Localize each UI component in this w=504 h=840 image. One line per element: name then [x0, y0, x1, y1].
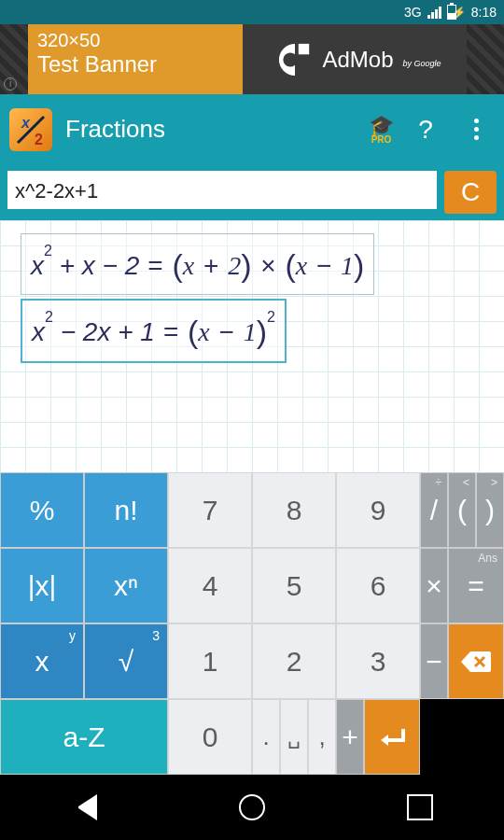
nav-back-button[interactable]	[71, 794, 97, 820]
nav-recent-button[interactable]	[407, 794, 433, 820]
key-x[interactable]: xy	[0, 623, 84, 699]
input-row: C	[0, 164, 504, 220]
ad-label: Test Banner	[37, 51, 233, 77]
ad-banner[interactable]: i 320×50 Test Banner AdMob by Google	[0, 24, 504, 94]
key-plus[interactable]: +	[336, 699, 364, 775]
nav-home-button[interactable]	[239, 794, 265, 820]
ad-dimensions: 320×50	[37, 30, 233, 51]
signal-icon	[427, 6, 441, 19]
pro-button[interactable]: 🎓 PRO	[369, 114, 394, 145]
key-3[interactable]: 3	[336, 623, 420, 699]
network-label: 3G	[404, 5, 422, 20]
key-2[interactable]: 2	[252, 623, 336, 699]
key-8[interactable]: 8	[252, 472, 336, 548]
ad-byline: by Google	[403, 59, 441, 68]
key-enter[interactable]	[364, 699, 420, 775]
keypad: % n! 7 8 9 /÷ (< )> |x| xⁿ 4 5 6 × =Ans …	[0, 472, 504, 775]
svg-rect-0	[299, 43, 309, 53]
app-bar: x2 Fractions 🎓 PRO ?	[0, 94, 504, 164]
key-4[interactable]: 4	[168, 548, 252, 623]
key-percent[interactable]: %	[0, 472, 84, 548]
android-nav-bar	[0, 775, 504, 840]
app-icon[interactable]: x2	[9, 108, 52, 151]
key-minus[interactable]: −	[420, 623, 448, 699]
pro-label: PRO	[369, 134, 394, 145]
key-7[interactable]: 7	[168, 472, 252, 548]
question-icon: ?	[418, 115, 433, 144]
key-equals[interactable]: =Ans	[448, 548, 504, 623]
svg-text:2: 2	[35, 132, 43, 147]
admob-icon	[277, 42, 313, 77]
result-row[interactable]: x2 + x − 2 = (x + 2) × (x − 1)	[21, 233, 374, 295]
ad-info-icon[interactable]: i	[4, 77, 17, 91]
key-backspace[interactable]	[448, 623, 504, 699]
status-bar: 3G ⚡ 8:18	[0, 0, 504, 24]
key-5[interactable]: 5	[252, 548, 336, 623]
clear-button[interactable]: C	[444, 171, 497, 214]
key-dot[interactable]: .	[252, 699, 280, 775]
key-0[interactable]: 0	[168, 699, 252, 775]
result-row[interactable]: x2 − 2x + 1 = (x − 1)2	[21, 299, 287, 362]
overflow-menu-button[interactable]	[457, 119, 495, 140]
backspace-icon	[459, 648, 493, 676]
key-divide[interactable]: /÷	[420, 472, 448, 548]
app-title: Fractions	[65, 115, 356, 144]
svg-text:x: x	[21, 115, 31, 131]
key-power[interactable]: xⁿ	[84, 548, 168, 623]
key-open-paren[interactable]: (<	[448, 472, 476, 548]
enter-icon	[375, 723, 409, 751]
key-factorial[interactable]: n!	[84, 472, 168, 548]
key-space[interactable]: ␣	[280, 699, 308, 775]
key-abs[interactable]: |x|	[0, 548, 84, 623]
ad-brand: AdMob	[322, 47, 393, 73]
key-comma[interactable]: ,	[308, 699, 336, 775]
battery-icon	[447, 5, 456, 20]
help-button[interactable]: ?	[407, 115, 444, 145]
work-area[interactable]: x2 + x − 2 = (x + 2) × (x − 1) x2 − 2x +…	[0, 220, 504, 472]
key-multiply[interactable]: ×	[420, 548, 448, 623]
clock-label: 8:18	[471, 5, 497, 20]
key-9[interactable]: 9	[336, 472, 420, 548]
expression-input[interactable]	[7, 171, 437, 214]
key-1[interactable]: 1	[168, 623, 252, 699]
key-alpha[interactable]: a-Z	[0, 699, 168, 775]
key-close-paren[interactable]: )>	[476, 472, 504, 548]
key-sqrt[interactable]: √3	[84, 623, 168, 699]
key-6[interactable]: 6	[336, 548, 420, 623]
